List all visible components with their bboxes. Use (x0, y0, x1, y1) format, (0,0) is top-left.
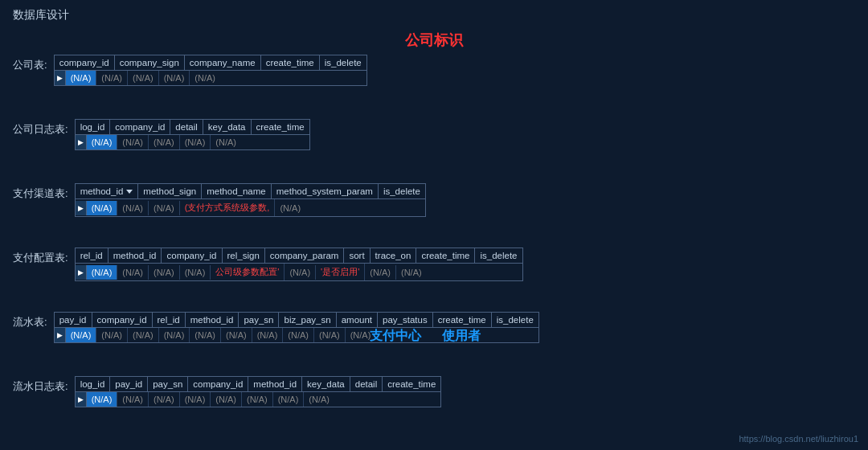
center-label: 公司标识 (0, 31, 868, 50)
col-header-pay_method-4: is_delete (379, 184, 425, 198)
col-header-pay_flow_log-2: pay_sn (148, 377, 188, 391)
row-indicator-icon: ▶ (76, 265, 87, 280)
col-header-company-4: is_delete (320, 55, 366, 70)
cell-pay_flow-0: (N/A) (66, 328, 97, 342)
col-header-pay_flow-2: rel_id (153, 313, 186, 327)
cell-pay_flow-2: (N/A) (128, 328, 159, 342)
col-header-pay_method-1: method_sign (138, 184, 202, 198)
table-section-company_log: 公司日志表:log_idcompany_iddetailkey_datacrea… (13, 119, 310, 150)
col-header-pay_method-2: method_name (202, 184, 272, 198)
col-header-company-3: create_time (261, 55, 320, 70)
col-header-pay_method-3: method_system_param (272, 184, 379, 198)
col-header-pay_flow_log-5: key_data (302, 377, 350, 391)
cell-company_log-4: (N/A) (211, 135, 241, 149)
col-header-pay_method-0: method_id (76, 184, 139, 198)
cell-pay_config-1: (N/A) (117, 265, 149, 280)
section-label-pay_config: 支付配置表: (13, 248, 68, 265)
row-indicator-icon: ▶ (55, 71, 66, 85)
cell-pay_flow-4: (N/A) (190, 328, 221, 342)
row-indicator-icon: ▶ (76, 201, 87, 215)
col-header-company_log-3: key_data (203, 120, 252, 134)
cell-company-2: (N/A) (128, 71, 159, 85)
cell-pay_flow_log-6: (N/A) (273, 392, 305, 407)
col-header-pay_config-6: trace_on (371, 248, 417, 263)
col-header-pay_flow_log-4: method_id (248, 377, 302, 391)
col-header-pay_flow_log-3: company_id (188, 377, 248, 391)
col-header-company-2: company_name (185, 55, 261, 70)
col-header-pay_config-2: company_id (162, 248, 222, 263)
cell-pay_method-2: (N/A) (149, 201, 180, 215)
cell-pay_flow_log-7: (N/A) (304, 392, 334, 407)
col-header-pay_flow-4: pay_sn (239, 313, 279, 327)
col-header-pay_config-8: is_delete (475, 248, 522, 263)
col-header-pay_flow-6: amount (337, 313, 378, 327)
col-header-company-1: company_sign (115, 55, 185, 70)
cell-pay_method-1: (N/A) (117, 201, 149, 215)
db-table-pay_flow_log: log_idpay_idpay_sncompany_idmethod_idkey… (75, 376, 442, 407)
cell-pay_flow-8: (N/A) (314, 328, 346, 342)
table-section-pay_config: 支付配置表:rel_idmethod_idcompany_idrel_signc… (13, 248, 523, 281)
col-header-pay_flow_log-7: create_time (383, 377, 440, 391)
cell-pay_flow_log-1: (N/A) (117, 392, 149, 407)
col-header-pay_config-4: company_param (265, 248, 345, 263)
cell-pay_config-4: 公司级参数配置' (211, 264, 285, 280)
cell-company_log-1: (N/A) (117, 135, 149, 149)
table-section-pay_flow_log: 流水日志表:log_idpay_idpay_sncompany_idmethod… (13, 376, 441, 407)
col-header-pay_flow_log-1: pay_id (110, 377, 148, 391)
cell-pay_config-0: (N/A) (87, 265, 118, 280)
col-header-pay_config-0: rel_id (76, 248, 108, 263)
col-header-pay_flow_log-6: detail (350, 377, 383, 391)
col-header-company-0: company_id (55, 55, 115, 70)
db-table-company_log: log_idcompany_iddetailkey_datacreate_tim… (75, 119, 310, 150)
section-label-pay_flow: 流水表: (13, 312, 47, 329)
db-table-pay_config: rel_idmethod_idcompany_idrel_signcompany… (75, 248, 523, 281)
cell-company_log-3: (N/A) (180, 135, 211, 149)
row-indicator-icon: ▶ (76, 135, 87, 149)
cell-company_log-2: (N/A) (149, 135, 180, 149)
cell-pay_flow-7: (N/A) (283, 328, 314, 342)
cell-pay_flow-6: (N/A) (252, 328, 284, 342)
col-header-pay_flow-3: method_id (186, 313, 240, 327)
cell-pay_config-8: (N/A) (396, 265, 427, 280)
page-title: 数据库设计 (13, 8, 69, 22)
overlay-pay-center: 支付中心 (370, 328, 421, 345)
cell-company_log-0: (N/A) (87, 135, 118, 149)
table-row-company: ▶(N/A)(N/A)(N/A)(N/A)(N/A) (55, 71, 366, 85)
row-indicator-icon: ▶ (55, 328, 66, 342)
cell-company-4: (N/A) (190, 71, 220, 85)
db-table-pay_method: method_idmethod_signmethod_namemethod_sy… (75, 183, 426, 217)
cell-pay_config-2: (N/A) (149, 265, 180, 280)
section-label-pay_flow_log: 流水日志表: (13, 376, 68, 394)
row-indicator-icon: ▶ (76, 392, 87, 407)
cell-pay_flow_log-5: (N/A) (242, 392, 273, 407)
cell-pay_flow_log-2: (N/A) (149, 392, 180, 407)
dropdown-arrow-icon (126, 190, 133, 194)
section-label-company_log: 公司日志表: (13, 119, 68, 137)
section-label-pay_method: 支付渠道表: (13, 183, 68, 201)
col-header-company_log-0: log_id (76, 120, 111, 134)
cell-pay_config-7: (N/A) (365, 265, 396, 280)
cell-pay_config-3: (N/A) (180, 265, 211, 280)
col-header-pay_flow-5: biz_pay_sn (279, 313, 336, 327)
table-row-pay_method: ▶(N/A)(N/A)(N/A)(支付方式系统级参数,(N/A) (76, 199, 425, 216)
cell-pay_method-4: (N/A) (275, 201, 305, 215)
col-header-pay_flow-7: pay_status (378, 313, 433, 327)
db-table-company: company_idcompany_signcompany_namecreate… (54, 55, 367, 86)
cell-pay_method-3: (支付方式系统级参数, (180, 199, 276, 216)
col-header-company_log-4: create_time (252, 120, 309, 134)
col-header-pay_config-7: create_time (416, 248, 475, 263)
overlay-user: 使用者 (442, 328, 481, 345)
col-header-pay_config-5: sort (344, 248, 370, 263)
col-header-pay_flow-0: pay_id (55, 313, 92, 327)
cell-pay_flow-3: (N/A) (159, 328, 190, 342)
cell-pay_flow-5: (N/A) (221, 328, 252, 342)
col-header-pay_flow-9: is_delete (492, 313, 538, 327)
table-row-pay_config: ▶(N/A)(N/A)(N/A)(N/A)公司级参数配置'(N/A)'是否启用'… (76, 264, 522, 280)
cell-pay_method-0: (N/A) (87, 201, 118, 215)
col-header-pay_flow-1: company_id (92, 313, 153, 327)
cell-pay_flow_log-3: (N/A) (180, 392, 211, 407)
cell-pay_flow_log-0: (N/A) (87, 392, 118, 407)
cell-pay_flow-1: (N/A) (96, 328, 128, 342)
cell-company-1: (N/A) (96, 71, 128, 85)
table-section-company: 公司表:company_idcompany_signcompany_namecr… (13, 55, 367, 86)
